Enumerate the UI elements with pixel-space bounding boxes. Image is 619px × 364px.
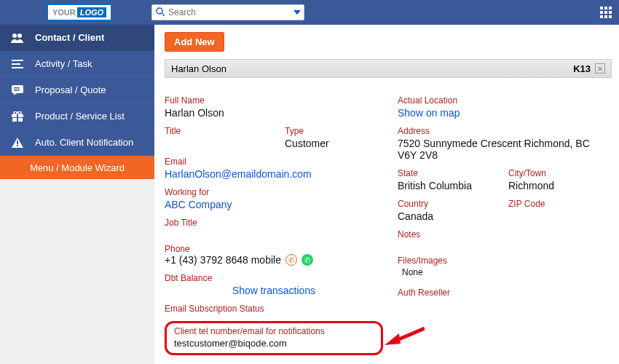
svg-marker-2 xyxy=(293,10,301,15)
phone-value: +1 (43) 3792 8648 mobile xyxy=(165,254,281,266)
svg-rect-8 xyxy=(12,85,23,93)
svg-rect-15 xyxy=(18,118,23,122)
whatsapp-icon[interactable]: ✆ xyxy=(301,254,313,266)
svg-marker-22 xyxy=(385,333,401,345)
svg-rect-10 xyxy=(14,87,20,89)
svg-rect-14 xyxy=(12,118,17,122)
state-value: British Columbia xyxy=(398,180,486,191)
auth-label: Auth Reseller xyxy=(398,288,597,298)
city-value: Richmond xyxy=(508,180,597,191)
svg-rect-7 xyxy=(12,67,23,68)
svg-rect-6 xyxy=(12,63,20,65)
notes-label: Notes xyxy=(398,229,597,240)
type-label: Type xyxy=(285,126,383,136)
sidebar-item-label: Proposal / Quote xyxy=(35,84,106,95)
svg-rect-11 xyxy=(14,90,20,91)
add-new-button[interactable]: Add New xyxy=(165,32,224,52)
record-code: K13 xyxy=(573,63,591,74)
workingfor-link[interactable]: ABC Company xyxy=(165,199,383,210)
sidebar-item-label: Activity / Task xyxy=(35,58,92,69)
left-column: Full Name Harlan Olson Title Type Custom… xyxy=(165,88,398,355)
svg-rect-12 xyxy=(12,114,17,117)
people-icon xyxy=(10,33,25,43)
svg-point-16 xyxy=(14,111,17,114)
alert-icon xyxy=(10,138,25,148)
country-value: Canada xyxy=(398,210,486,222)
workingfor-label: Working for xyxy=(165,187,383,197)
sidebar-item-label: Product / Service List xyxy=(35,111,125,122)
phone-label: Phone xyxy=(165,244,383,254)
record-header: Harlan Olson K13 ✕ xyxy=(165,59,612,78)
actualloc-label: Actual Location xyxy=(398,95,597,106)
emailsub-label: Email Subscription Status xyxy=(165,304,383,314)
apps-icon[interactable] xyxy=(600,7,612,18)
jobtitle-label: Job Title xyxy=(165,218,383,228)
svg-rect-20 xyxy=(17,145,18,146)
title-label: Title xyxy=(165,126,263,136)
svg-rect-19 xyxy=(17,141,18,144)
notif-label: Client tel number/email for notification… xyxy=(174,326,374,336)
full-name-label: Full Name xyxy=(165,95,383,106)
sidebar-item-product[interactable]: Product / Service List xyxy=(0,103,154,130)
email-label: Email xyxy=(165,157,383,167)
show-on-map-link[interactable]: Show on map xyxy=(398,107,597,119)
chevron-down-icon[interactable] xyxy=(293,10,301,15)
chat-icon xyxy=(10,85,25,95)
city-label: City/Town xyxy=(508,168,597,178)
search-box[interactable] xyxy=(151,4,304,20)
notif-value: testcustomer@biqode.com xyxy=(174,338,374,349)
email-link[interactable]: HarlanOlson@emaildomain.com xyxy=(165,168,383,180)
files-value: None xyxy=(398,267,597,277)
sidebar-item-proposal[interactable]: Proposal / Quote xyxy=(0,77,154,103)
svg-point-17 xyxy=(18,111,21,114)
close-icon[interactable]: ✕ xyxy=(595,63,605,74)
phone-call-icon[interactable]: ✆ xyxy=(285,254,297,266)
sidebar-item-activity[interactable]: Activity / Task xyxy=(0,51,154,77)
list-icon xyxy=(10,60,25,68)
menu-wizard-button[interactable]: Menu / Module Wizard xyxy=(0,156,154,179)
right-column: Actual Location Show on map Address 7520… xyxy=(398,88,612,355)
main-panel: Add New Harlan Olson K13 ✕ Full Name Har… xyxy=(154,25,619,364)
arrow-icon xyxy=(385,325,425,347)
gift-icon xyxy=(10,111,25,122)
sidebar-item-contact[interactable]: Contact / Client xyxy=(0,25,154,51)
topbar: YOUR LOGO xyxy=(0,0,619,25)
address-label: Address xyxy=(398,126,597,136)
files-label: Files/Images xyxy=(398,256,597,266)
svg-rect-13 xyxy=(18,114,23,117)
sidebar: Contact / Client Activity / Task Proposa… xyxy=(0,25,154,364)
svg-marker-9 xyxy=(14,93,17,95)
logo-your: YOUR xyxy=(52,8,76,17)
record-title: Harlan Olson xyxy=(171,63,226,74)
svg-point-0 xyxy=(157,8,162,14)
logo[interactable]: YOUR LOGO xyxy=(47,4,112,21)
sidebar-item-label: Contact / Client xyxy=(35,32,104,43)
search-input[interactable] xyxy=(151,4,304,20)
svg-point-4 xyxy=(17,33,22,38)
state-label: State xyxy=(398,168,486,178)
address-value: 7520 Sunnymede Crescent Richmond, BC V6Y… xyxy=(398,138,597,161)
type-value: Customer xyxy=(285,138,383,149)
notification-callout: Client tel number/email for notification… xyxy=(165,321,383,355)
svg-rect-5 xyxy=(12,60,23,61)
search-icon xyxy=(155,7,165,17)
sidebar-item-notification[interactable]: Auto. Client Notification xyxy=(0,130,154,156)
svg-point-3 xyxy=(12,33,17,38)
dbt-label: Dbt Balance xyxy=(165,273,383,283)
zip-label: ZIP Code xyxy=(508,199,597,209)
sidebar-item-label: Auto. Client Notification xyxy=(35,137,133,148)
show-transactions-link[interactable]: Show transactions xyxy=(165,285,383,296)
logo-logo: LOGO xyxy=(77,7,106,17)
country-label: Country xyxy=(398,199,486,209)
svg-line-1 xyxy=(162,13,165,16)
full-name-value: Harlan Olson xyxy=(165,107,383,119)
